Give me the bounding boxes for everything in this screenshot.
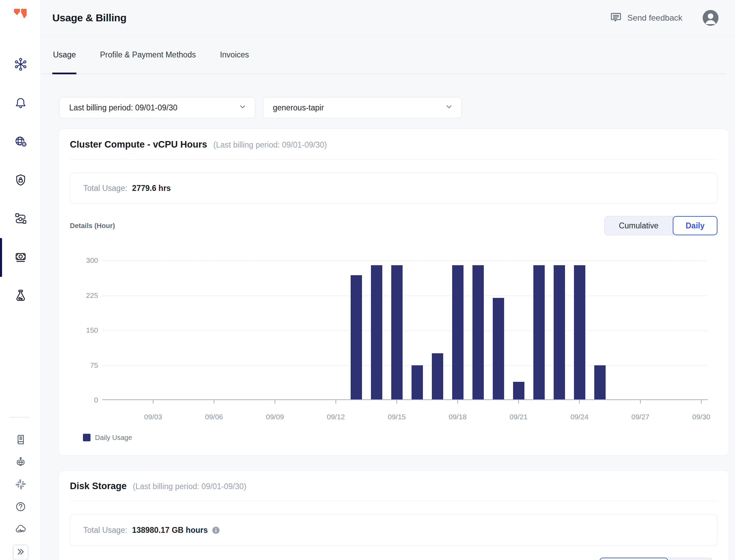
x-axis-label-09-18: 09/18 (442, 413, 473, 421)
x-tick-09-09 (275, 400, 275, 403)
compute-total-usage-value: 2779.6 hrs (132, 184, 171, 193)
billing-money-icon (13, 250, 28, 266)
bar-09/14[interactable] (371, 265, 382, 399)
bar-09/24[interactable] (574, 265, 585, 399)
gridline-225 (102, 295, 706, 296)
bar-09/13[interactable] (351, 275, 362, 399)
page-title: Usage & Billing (52, 12, 127, 24)
billing-tabs: Usage Profile & Payment Methods Invoices (41, 36, 726, 74)
x-axis-label-09-03: 09/03 (138, 413, 169, 421)
x-tick-09-27 (640, 400, 641, 403)
x-axis-label-09-06: 09/06 (199, 413, 230, 421)
slack-icon (14, 478, 27, 492)
bar-09/25[interactable] (594, 365, 606, 399)
x-tick-09-12 (335, 400, 336, 403)
sidebar-divider (10, 417, 29, 418)
bar-09/15[interactable] (391, 265, 403, 399)
x-tick-09-21 (518, 400, 519, 403)
divider (70, 159, 717, 160)
sidebar-item-experiments[interactable] (0, 283, 41, 309)
sidebar-item-slack[interactable] (0, 477, 41, 493)
chevron-down-icon (238, 103, 247, 113)
sidebar (0, 0, 41, 560)
sidebar-item-help[interactable] (0, 500, 41, 515)
gridline-150 (102, 330, 706, 331)
expand-sidebar-button[interactable] (13, 545, 29, 560)
chart-legend: Daily Usage (83, 433, 717, 442)
y-axis-label-75: 75 (70, 361, 98, 369)
tab-profile-payment[interactable]: Profile & Payment Methods (99, 50, 196, 74)
total-usage-label: Total Usage: (83, 184, 127, 193)
sidebar-item-ai-assistant[interactable] (0, 455, 41, 470)
filters-row: Last billing period: 09/01-09/30 generou… (59, 97, 735, 118)
x-axis-label-09-24: 09/24 (564, 413, 595, 421)
sidebar-item-notifications[interactable] (0, 91, 41, 116)
x-tick-09-15 (396, 400, 397, 403)
shield-lock-icon (13, 173, 28, 189)
bar-09/18[interactable] (452, 265, 464, 399)
user-avatar-icon[interactable] (702, 10, 719, 26)
bar-09/21[interactable] (513, 382, 524, 399)
expand-sidebar-icon (16, 547, 25, 558)
legend-label: Daily Usage (95, 434, 132, 442)
bar-09/20[interactable] (493, 298, 504, 399)
disk-total-usage-box: Total Usage: 138980.17 GB hours (70, 514, 717, 546)
tab-invoices[interactable]: Invoices (219, 50, 249, 74)
compute-view-toggle: Cumulative Daily (604, 216, 717, 235)
disk-storage-card: Disk Storage (Last billing period: 09/01… (58, 470, 729, 560)
y-axis-label-150: 150 (70, 326, 98, 334)
billing-period-value: Last billing period: 09/01-09/30 (69, 103, 178, 112)
x-tick-09-03 (153, 400, 153, 403)
cluster-select-value: generous-tapir (273, 103, 324, 112)
sidebar-item-clusters[interactable] (0, 52, 41, 78)
robot-icon (14, 455, 27, 470)
bar-09/23[interactable] (554, 265, 565, 399)
info-icon[interactable] (212, 526, 220, 534)
x-axis-label-09-12: 09/12 (320, 413, 351, 421)
daily-usage-bar-chart: 07515022530009/0309/0609/0909/1209/1509/… (70, 241, 717, 427)
x-tick-09-30 (701, 400, 702, 403)
sidebar-item-billing[interactable] (0, 245, 41, 270)
x-tick-09-24 (579, 400, 580, 403)
compute-total-usage-box: Total Usage: 2779.6 hrs (70, 173, 717, 204)
plot-area (102, 260, 708, 400)
flask-icon (13, 288, 28, 304)
x-axis-label-09-30: 09/30 (686, 413, 717, 421)
tab-usage[interactable]: Usage (52, 50, 76, 74)
gridline-300 (102, 260, 706, 261)
sidebar-item-networking[interactable] (0, 129, 41, 155)
sidebar-item-docs[interactable] (0, 433, 41, 448)
y-axis-label-0: 0 (70, 396, 98, 404)
disk-toggle-daily[interactable]: Daily (668, 558, 713, 560)
details-hour-label: Details (Hour) (70, 222, 115, 230)
compute-toggle-daily[interactable]: Daily (673, 216, 717, 235)
disk-view-toggle: Cumulative Daily (599, 558, 713, 560)
disk-total-usage-value: 138980.17 GB hours (132, 526, 208, 535)
bar-09/22[interactable] (533, 265, 545, 399)
docs-book-icon (14, 433, 27, 448)
compute-toggle-cumulative[interactable]: Cumulative (604, 216, 673, 235)
page-header: Usage & Billing Send feedback (41, 0, 735, 36)
bar-09/17[interactable] (432, 353, 443, 399)
globe-settings-icon (13, 134, 28, 150)
main-content: Usage & Billing Send feedback (41, 0, 735, 560)
x-axis-label-09-21: 09/21 (503, 413, 534, 421)
disk-toggle-cumulative[interactable]: Cumulative (599, 558, 668, 560)
x-tick-09-06 (214, 400, 214, 403)
bar-09/19[interactable] (472, 265, 484, 399)
brand-logo[interactable] (11, 6, 29, 24)
billing-period-select[interactable]: Last billing period: 09/01-09/30 (59, 97, 255, 118)
cluster-select[interactable]: generous-tapir (263, 97, 462, 118)
compute-card-period: (Last billing period: 09/01-09/30) (213, 140, 327, 150)
y-axis-label-300: 300 (70, 256, 98, 265)
bar-09/16[interactable] (412, 365, 423, 399)
workflow-icon (13, 211, 28, 227)
sidebar-item-security[interactable] (0, 168, 41, 193)
compute-card-title: Cluster Compute - vCPU Hours (70, 139, 207, 150)
sidebar-item-status[interactable] (0, 522, 41, 537)
disk-card-title: Disk Storage (70, 480, 127, 492)
send-feedback-label: Send feedback (627, 13, 682, 23)
x-axis-label-09-15: 09/15 (381, 413, 412, 421)
send-feedback-button[interactable]: Send feedback (609, 10, 682, 25)
sidebar-item-workflows[interactable] (0, 206, 41, 232)
